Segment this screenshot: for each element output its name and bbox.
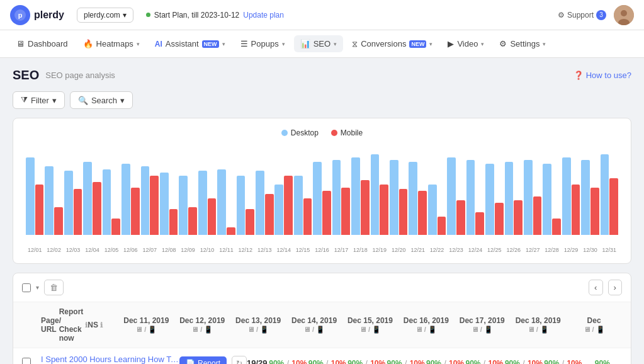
col-date-1-header: Dec 11, 2019 🖥 / 📱 bbox=[118, 316, 174, 334]
mobile-bar[interactable] bbox=[227, 227, 235, 235]
how-to-use-link[interactable]: ❓ How to use? bbox=[573, 71, 631, 80]
mobile-bar[interactable] bbox=[552, 219, 561, 235]
mobile-bar[interactable] bbox=[208, 198, 217, 235]
mobile-bar[interactable] bbox=[54, 207, 63, 235]
desktop-bar[interactable] bbox=[217, 169, 226, 235]
desktop-bar[interactable] bbox=[371, 154, 380, 235]
mobile-bar[interactable] bbox=[572, 185, 580, 235]
filter-button[interactable]: ⧩ Filter ▾ bbox=[13, 91, 65, 109]
desktop-bar[interactable] bbox=[524, 160, 533, 235]
desktop-bar[interactable] bbox=[601, 154, 609, 235]
mobile-bar[interactable] bbox=[188, 207, 197, 235]
mobile-bar[interactable] bbox=[475, 212, 484, 235]
desktop-bar[interactable] bbox=[332, 160, 341, 235]
mobile-bar[interactable] bbox=[93, 182, 101, 235]
bar-group bbox=[466, 160, 484, 235]
support-button[interactable]: ⚙ Support 3 bbox=[558, 10, 606, 20]
nav-item-settings[interactable]: ⚙ Settings ▾ bbox=[493, 35, 552, 52]
row-url-title[interactable]: I Spent 2000 Hours Learning How To... bbox=[41, 355, 179, 364]
mobile-bar[interactable] bbox=[169, 209, 178, 235]
mobile-bar[interactable] bbox=[284, 176, 293, 235]
search-label: Search bbox=[91, 96, 117, 105]
mobile-bar[interactable] bbox=[322, 191, 331, 235]
desktop-bar[interactable] bbox=[26, 157, 35, 235]
mobile-bar[interactable] bbox=[341, 188, 350, 235]
mobile-bar[interactable] bbox=[609, 178, 618, 235]
desktop-bar[interactable] bbox=[121, 164, 130, 235]
mobile-bar[interactable] bbox=[265, 194, 274, 235]
mobile-bar[interactable] bbox=[514, 200, 523, 235]
mobile-bar[interactable] bbox=[74, 189, 82, 235]
desktop-bar[interactable] bbox=[447, 157, 456, 235]
mobile-bar[interactable] bbox=[418, 191, 427, 235]
chart-section: Desktop Mobile 12/0112/0212/0312/0412/05… bbox=[13, 118, 631, 264]
mobile-bar[interactable] bbox=[303, 198, 312, 235]
desktop-bar[interactable] bbox=[581, 160, 590, 235]
desktop-bar[interactable] bbox=[485, 164, 494, 235]
chart-date-label: 12/03 bbox=[64, 247, 82, 253]
desktop-bar[interactable] bbox=[351, 157, 360, 235]
nav-item-dashboard[interactable]: 🖥 Dashboard bbox=[10, 35, 74, 52]
mobile-bar[interactable] bbox=[380, 185, 388, 235]
desktop-bar[interactable] bbox=[390, 160, 398, 235]
desktop-bar[interactable] bbox=[64, 171, 73, 235]
delete-button[interactable]: 🗑 bbox=[44, 280, 64, 295]
desktop-bar[interactable] bbox=[294, 176, 303, 235]
chart-date-label: 12/28 bbox=[543, 247, 560, 253]
nav-item-seo[interactable]: 📊 SEO ▾ bbox=[294, 35, 343, 52]
mobile-bar[interactable] bbox=[131, 188, 140, 235]
select-all-checkbox[interactable] bbox=[22, 283, 31, 292]
mobile-bar[interactable] bbox=[111, 219, 120, 235]
user-avatar[interactable] bbox=[614, 5, 634, 25]
nav-item-video[interactable]: ▶ Video ▾ bbox=[441, 35, 490, 52]
mobile-bar[interactable] bbox=[533, 196, 542, 235]
desktop-bar[interactable] bbox=[505, 162, 514, 235]
desktop-bar[interactable] bbox=[45, 166, 54, 235]
refresh-button[interactable]: ↻ bbox=[232, 356, 247, 365]
desktop-bar[interactable] bbox=[256, 171, 264, 235]
row-checkbox[interactable] bbox=[22, 358, 31, 364]
report-button[interactable]: 📄 Report bbox=[179, 356, 227, 365]
desktop-bar[interactable] bbox=[313, 162, 322, 235]
desktop-bar[interactable] bbox=[237, 176, 246, 235]
desktop-bar[interactable] bbox=[562, 157, 571, 235]
gear-icon: ⚙ bbox=[558, 11, 565, 20]
prev-page-button[interactable]: ‹ bbox=[589, 280, 602, 295]
desktop-bar[interactable] bbox=[428, 185, 437, 235]
mobile-bar[interactable] bbox=[495, 203, 504, 235]
update-plan-link[interactable]: Update plan bbox=[243, 11, 284, 20]
mobile-bar[interactable] bbox=[35, 185, 44, 235]
mobile-bar[interactable] bbox=[438, 217, 446, 235]
desktop-bar[interactable] bbox=[409, 162, 417, 235]
domain-selector[interactable]: plerdy.com ▾ bbox=[77, 8, 133, 23]
nav-item-conversions[interactable]: ⧖ Conversions NEW ▾ bbox=[346, 35, 439, 53]
mobile-bar[interactable] bbox=[150, 176, 159, 235]
desktop-bar[interactable] bbox=[83, 162, 92, 235]
next-page-button[interactable]: › bbox=[608, 280, 622, 295]
bar-group bbox=[390, 160, 407, 235]
chart-legend: Desktop Mobile bbox=[26, 128, 618, 137]
nav-item-heatmaps[interactable]: 🔥 Heatmaps ▾ bbox=[77, 35, 146, 52]
mobile-bar[interactable] bbox=[361, 180, 370, 235]
desktop-bar[interactable] bbox=[141, 166, 150, 235]
desktop-bar[interactable] bbox=[160, 173, 169, 235]
desktop-bar[interactable] bbox=[466, 160, 475, 235]
desktop-bar[interactable] bbox=[274, 185, 283, 235]
mobile-bar[interactable] bbox=[399, 189, 408, 235]
conversions-new-badge: NEW bbox=[409, 40, 426, 48]
mobile-bar[interactable] bbox=[456, 200, 465, 235]
question-icon: ❓ bbox=[573, 71, 584, 80]
nav-item-assistant[interactable]: AI Assistant NEW ▾ bbox=[149, 35, 232, 52]
desktop-bar[interactable] bbox=[103, 169, 111, 235]
nav-label-assistant: Assistant bbox=[166, 39, 199, 48]
desktop-bar[interactable] bbox=[543, 164, 551, 235]
bar-group bbox=[45, 166, 62, 235]
nav-item-popups[interactable]: ☰ Popups ▾ bbox=[234, 35, 291, 52]
search-button[interactable]: 🔍 Search ▾ bbox=[70, 91, 133, 109]
desktop-bar[interactable] bbox=[179, 176, 188, 235]
desktop-pct: 90% bbox=[426, 359, 441, 365]
mobile-bar[interactable] bbox=[246, 209, 254, 235]
mobile-bar[interactable] bbox=[590, 188, 599, 235]
desktop-bar[interactable] bbox=[198, 171, 207, 235]
row-date-2-cell: 90% / 10% bbox=[308, 359, 347, 365]
